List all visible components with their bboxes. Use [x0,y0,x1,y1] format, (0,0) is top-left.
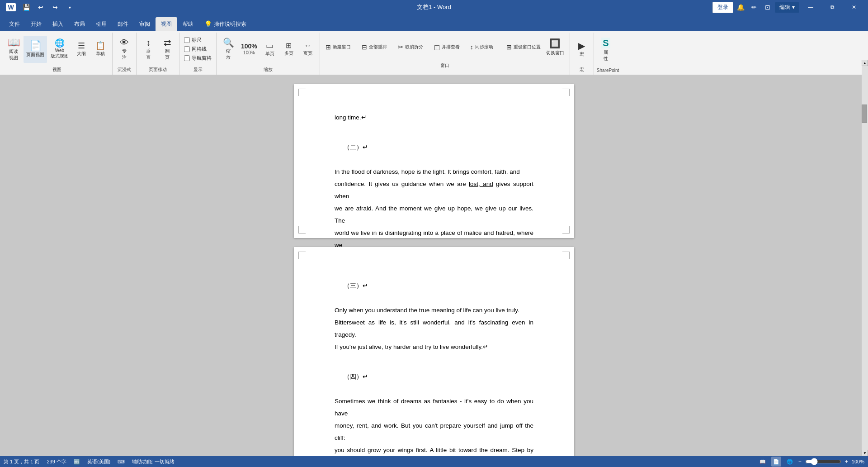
zoom-slider[interactable] [805,458,841,465]
scroll-thumb[interactable] [862,105,867,123]
sharepoint-group-label: SharePoint [597,67,619,75]
scroll-down-btn[interactable]: ▼ [862,450,868,456]
zoom-group: 🔍 缩放 100% 100% ▭ 单页 ⊞ 多页 ↔ 页宽 缩放 [217,33,320,75]
para-section2-2: confidence. It gives us guidance when we… [335,178,533,202]
split-btn[interactable]: ✂ 取消拆分 [395,42,431,52]
immersive-reader-btn[interactable]: 👁 专注 [115,36,133,63]
section-3-header-p2: （三）↵ [344,280,533,292]
tab-references[interactable]: 引用 [90,17,112,31]
zoom-out-btn[interactable]: − [798,458,802,465]
quick-undo-btn[interactable]: ↩ [34,1,47,14]
detect-icon: 🔤 [74,459,80,465]
sharepoint-group: S 属性 SharePoint [594,33,622,75]
para-section3-1: Only when you understand the true meanin… [335,304,533,316]
ruler-checkbox[interactable]: 标尺 [182,36,203,44]
resetpos-btn[interactable]: ⊞ 重设窗口位置 [504,42,543,52]
onepage-btn[interactable]: ▭ 单页 [261,36,279,63]
tab-insert[interactable]: 插入 [47,17,69,31]
zoom-group-label: 缩放 [219,66,317,75]
section-4-header: （四）↵ [344,371,533,383]
tab-review[interactable]: 审阅 [134,17,156,31]
ribbon-content: 📖 阅读视图 📄 页面视图 🌐 Web版式视图 ☰ 大纲 📋 草稿 视图 [0,31,868,75]
para-section2-3: we are afraid. And the moment we give up… [335,202,533,227]
tab-search[interactable]: 💡 操作说明搜索 [199,17,252,31]
close-btn[interactable]: ✕ [844,0,864,14]
para-section4-1: Sometimes we think of dreams as fantasie… [335,395,533,419]
status-right: 📖 📄 🌐 − + 100% [758,457,864,467]
macro-group-label: 宏 [573,66,591,75]
window-group-label: 窗口 [323,62,567,71]
minimize-btn[interactable]: — [800,0,821,14]
page-move-group: ↕ 垂直 ⇄ 翻页 页面移动 [137,33,179,75]
tab-home[interactable]: 开始 [25,17,47,31]
multipage-btn[interactable]: ⊞ 多页 [280,36,298,63]
view-read-btn[interactable]: 📖 [758,457,768,467]
input-mode: 辅助功能: 一切就绪 [132,458,175,465]
view-group: 📖 阅读视图 📄 页面视图 🌐 Web版式视图 ☰ 大纲 📋 草稿 视图 [2,33,113,75]
right-scrollbar[interactable]: ▲ ▼ [862,60,868,456]
pagewidth-btn[interactable]: ↔ 页宽 [299,36,317,63]
zoom-level: 100% [852,459,864,464]
tab-view[interactable]: 视图 [156,17,177,31]
web-view-btn[interactable]: 🌐 Web版式视图 [48,36,71,63]
tab-file[interactable]: 文件 [4,17,25,31]
document-area[interactable]: long time.↵ （二）↵ In the flood of darknes… [0,75,868,456]
doc-pages: long time.↵ （二）↵ In the flood of darknes… [294,84,574,447]
zoom100-btn[interactable]: 100% 100% [238,36,260,63]
quick-dropdown-btn[interactable]: ▾ [63,1,76,14]
scroll-up-btn[interactable]: ▲ [862,60,868,66]
tab-mail[interactable]: 邮件 [112,17,134,31]
view-web-btn[interactable]: 🌐 [785,457,795,467]
window-group: ⊞ 新建窗口 ⊟ 全部重排 ✂ 取消拆分 ◫ 并排查看 ↕ 同步滚动 ⊞ 重设窗… [320,33,570,75]
zoom-btn[interactable]: 🔍 缩放 [219,36,237,63]
ribbon-tabs: 文件 开始 插入 布局 引用 邮件 审阅 视图 帮助 💡 操作说明搜索 [0,14,868,31]
view-group-label: 视图 [5,66,109,75]
macro-btn[interactable]: ▶ 宏 [573,36,591,63]
input-mode-icon: ⌨ [118,459,125,465]
restore-btn[interactable]: ⧉ [822,0,843,14]
switchwin-btn[interactable]: 🔲 切换窗口 [543,36,567,58]
section-2-header: （二）↵ [344,141,533,153]
macro-group: ▶ 宏 宏 [570,33,594,75]
gridlines-checkbox[interactable]: 网格线 [182,45,208,53]
title-bar-title: 文档1 - Word [417,3,451,11]
zoom-in-btn[interactable]: + [845,458,848,465]
flip-btn[interactable]: ⇄ 翻页 [158,36,176,63]
edit-mode-btn[interactable]: 编辑▾ [775,2,799,13]
login-button[interactable]: 登录 [712,2,733,13]
show-group-label: 显示 [182,66,213,75]
immersive-group: 👁 专注 沉浸式 [113,33,137,75]
sharepoint-btn[interactable]: S 属性 [597,36,615,63]
page-view-btn[interactable]: 📄 页面视图 [24,36,47,63]
draft-btn[interactable]: 📋 草稿 [91,36,109,63]
layout-icon[interactable]: ⊡ [761,1,774,14]
tab-help[interactable]: 帮助 [177,17,199,31]
para-section4-3: you should grow your wings first. A litt… [335,444,533,456]
show-group: 标尺 网格线 导航窗格 显示 [179,33,217,75]
vertical-btn[interactable]: ↕ 垂直 [139,36,157,63]
sideview-btn[interactable]: ◫ 并排查看 [431,42,467,52]
para-section4-2: money, rent, and work. But you can't pre… [335,419,533,444]
quick-redo-btn[interactable]: ↪ [49,1,61,14]
outline-btn[interactable]: ☰ 大纲 [72,36,90,63]
read-view-btn[interactable]: 📖 阅读视图 [5,36,23,63]
immersive-group-label: 沉浸式 [115,66,133,75]
allwindows-btn[interactable]: ⊟ 全部重排 [359,42,395,52]
view-page-btn[interactable]: 📄 [771,457,781,467]
title-bar: W 💾 ↩ ↪ ▾ 文档1 - Word 登录 🔔 ✏ ⊡ 编辑▾ — ⧉ ✕ [0,0,868,14]
para-section3-3: If you're just alive, try harder and try… [335,341,533,353]
page-2-content[interactable]: （三）↵ Only when you understand the true m… [335,280,533,456]
nav-pane-checkbox[interactable]: 导航窗格 [182,54,213,62]
tab-layout[interactable]: 布局 [69,17,90,31]
page-1: long time.↵ （二）↵ In the flood of darknes… [294,84,574,238]
newwindow-btn[interactable]: ⊞ 新建窗口 [323,42,359,52]
para-longtime: long time.↵ [335,111,533,124]
quick-save-btn[interactable]: 💾 [20,1,33,14]
status-bar: 第 1 页，共 1 页 239 个字 🔤 英语(美国) ⌨ 辅助功能: 一切就绪… [0,456,868,467]
syncscroll-btn[interactable]: ↕ 同步滚动 [467,42,504,52]
pencil-icon[interactable]: ✏ [748,1,760,14]
page-info: 第 1 页，共 1 页 [4,458,39,465]
help-icon[interactable]: 🔔 [734,1,747,14]
word-count: 239 个字 [47,458,66,465]
title-bar-right: 登录 🔔 ✏ ⊡ 编辑▾ — ⧉ ✕ [712,0,864,14]
